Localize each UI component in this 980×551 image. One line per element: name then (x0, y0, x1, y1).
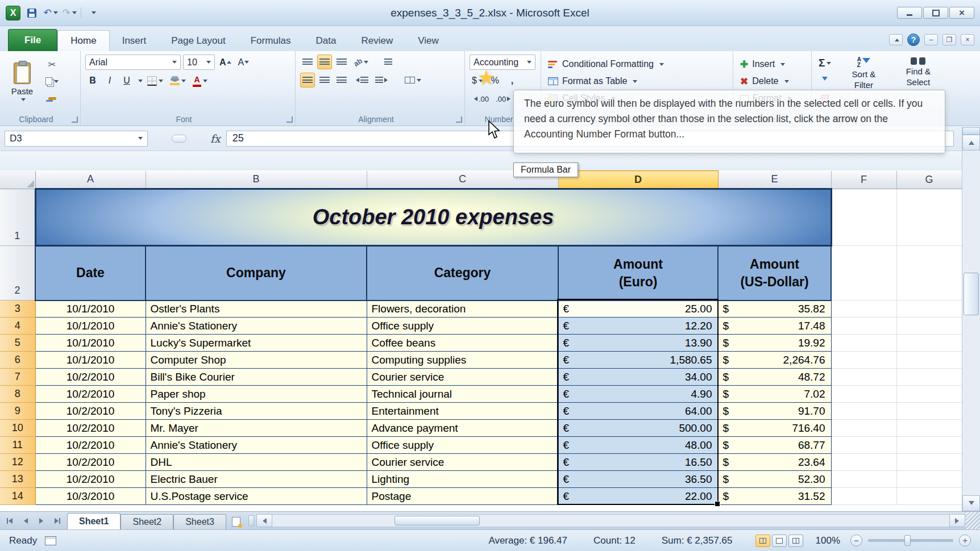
increase-decimal-button[interactable]: .00 (470, 91, 491, 106)
empty-cell[interactable] (831, 369, 896, 386)
vertical-scrollbar[interactable] (962, 127, 980, 511)
format-painter-button[interactable] (43, 91, 61, 106)
cell-company[interactable]: Ostler's Plants (146, 300, 367, 318)
page-layout-view-button[interactable] (772, 535, 787, 547)
empty-cell[interactable] (831, 454, 896, 471)
increase-indent-button[interactable] (373, 73, 392, 87)
workbook-restore-button[interactable]: ❐ (942, 34, 956, 45)
empty-cell[interactable] (831, 335, 896, 352)
last-sheet-button[interactable] (50, 514, 65, 528)
empty-cell[interactable] (896, 352, 962, 369)
restore-button[interactable] (923, 7, 948, 19)
font-color-button[interactable]: A (190, 73, 210, 88)
cell-category[interactable]: Flowers, decoration (367, 300, 558, 318)
column-header-f[interactable]: F (831, 171, 896, 189)
paste-button[interactable]: Paste (5, 55, 40, 109)
minimize-button[interactable] (897, 7, 922, 19)
cell-date[interactable]: 10/2/2010 (35, 437, 146, 454)
tab-split-handle[interactable] (248, 515, 254, 526)
tab-file[interactable]: File (8, 29, 57, 51)
workbook-close-button[interactable]: × (961, 34, 974, 45)
first-sheet-button[interactable] (2, 514, 17, 528)
sheet-title-cell[interactable]: October 2010 expenses (35, 189, 831, 246)
row-header-10[interactable]: 10 (0, 420, 35, 437)
empty-cell[interactable] (831, 488, 896, 505)
cell-date[interactable]: 10/1/2010 (35, 352, 146, 369)
empty-cell[interactable] (896, 454, 962, 471)
tab-review[interactable]: Review (348, 31, 405, 51)
empty-cell[interactable] (896, 471, 962, 488)
cell-date[interactable]: 10/2/2010 (35, 471, 146, 488)
header-cell-date[interactable]: Date (35, 246, 146, 300)
insert-cells-button[interactable]: ✚Insert (738, 56, 807, 73)
cell-date[interactable]: 10/1/2010 (35, 318, 146, 335)
grow-font-button[interactable]: A (217, 55, 234, 70)
cell-category[interactable]: Technical journal (367, 386, 558, 403)
scroll-up-button[interactable] (962, 135, 980, 151)
tab-formulas[interactable]: Formulas (238, 31, 304, 51)
row-header-3[interactable]: 3 (0, 300, 35, 318)
vertical-scroll-thumb[interactable] (964, 273, 979, 315)
cell-amount-usd[interactable]: $31.52 (718, 488, 831, 505)
cell-amount-euro[interactable]: €25.00 (558, 300, 718, 318)
name-box[interactable]: D3 (5, 131, 148, 147)
row-header-2[interactable]: 2 (0, 246, 35, 300)
vertical-scroll-track[interactable] (962, 151, 980, 495)
tab-page-layout[interactable]: Page Layout (159, 31, 238, 51)
tab-data[interactable]: Data (304, 31, 349, 51)
zoom-in-button[interactable]: ＋ (959, 535, 971, 546)
cell-amount-euro[interactable]: €48.00 (558, 437, 718, 454)
sheet-tab-sheet2[interactable]: Sheet2 (121, 514, 173, 529)
scroll-right-button[interactable] (949, 514, 965, 527)
row-header-11[interactable]: 11 (0, 437, 35, 454)
decrease-indent-button[interactable] (351, 73, 371, 87)
clipboard-dialog-launcher[interactable] (72, 116, 78, 123)
scroll-left-button[interactable] (256, 514, 272, 527)
empty-cell[interactable] (831, 471, 896, 488)
align-bottom-button[interactable] (334, 55, 349, 69)
cell-date[interactable]: 10/2/2010 (35, 369, 146, 386)
empty-cell[interactable] (896, 318, 962, 335)
empty-cell[interactable] (896, 369, 962, 386)
fill-button[interactable] (816, 73, 833, 87)
workbook-minimize-button[interactable]: – (924, 34, 938, 45)
empty-cell[interactable] (831, 189, 896, 246)
previous-sheet-button[interactable] (18, 514, 33, 528)
empty-cell[interactable] (896, 403, 962, 420)
empty-cell[interactable] (896, 420, 962, 437)
cell-category[interactable]: Office supply (367, 318, 558, 335)
zoom-slider[interactable] (868, 539, 953, 542)
cell-amount-euro[interactable]: €22.00 (558, 488, 718, 505)
row-header-4[interactable]: 4 (0, 318, 35, 335)
cell-amount-usd[interactable]: $23.64 (718, 454, 831, 471)
alignment-dialog-launcher[interactable] (456, 116, 462, 123)
zoom-slider-thumb[interactable] (904, 535, 911, 546)
cell-category[interactable]: Courier service (367, 454, 558, 471)
column-header-e[interactable]: E (718, 171, 831, 189)
cell-category[interactable]: Entertainment (367, 403, 558, 420)
empty-cell[interactable] (831, 246, 896, 300)
cell-date[interactable]: 10/2/2010 (35, 420, 146, 437)
fill-color-button[interactable] (168, 73, 188, 88)
font-dialog-launcher[interactable] (286, 116, 293, 123)
font-size-combo[interactable]: 10 (183, 55, 215, 70)
cell-company[interactable]: Bill's Bike Courier (146, 369, 367, 386)
normal-view-button[interactable] (755, 535, 770, 547)
close-button[interactable] (949, 7, 974, 19)
italic-button[interactable]: I (102, 73, 117, 88)
empty-cell[interactable] (896, 246, 962, 300)
cell-amount-usd[interactable]: $2,264.76 (718, 352, 831, 369)
empty-cell[interactable] (896, 335, 962, 352)
cell-date[interactable]: 10/2/2010 (35, 386, 146, 403)
empty-cell[interactable] (896, 300, 962, 318)
cell-amount-usd[interactable]: $19.92 (718, 335, 831, 352)
resize-corner[interactable] (965, 512, 980, 529)
empty-cell[interactable] (831, 437, 896, 454)
cell-company[interactable]: Annie's Stationery (146, 318, 367, 335)
empty-cell[interactable] (831, 300, 896, 318)
cell-amount-euro[interactable]: €34.00 (558, 369, 718, 386)
split-handle[interactable] (962, 127, 980, 135)
column-header-g[interactable]: G (896, 171, 962, 189)
empty-cell[interactable] (896, 386, 962, 403)
align-top-button[interactable] (300, 55, 315, 69)
